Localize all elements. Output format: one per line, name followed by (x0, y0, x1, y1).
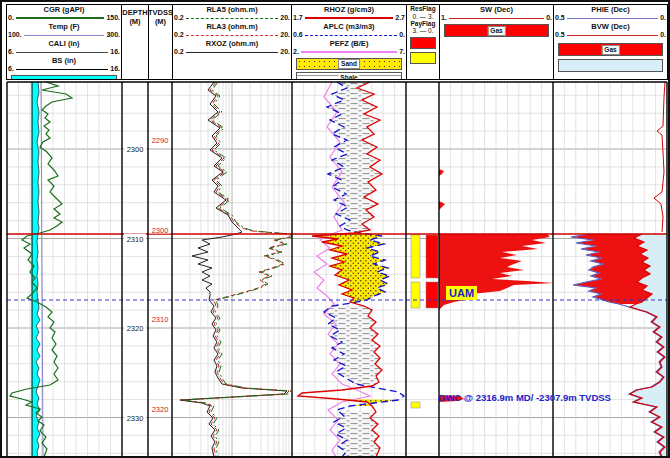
depth-unit: (M) (129, 17, 140, 26)
rla5-line (186, 18, 279, 19)
payflag-scale: 3. — 0. (407, 27, 439, 34)
header-sw: SW (Dec) 1.0. Gas (439, 4, 554, 80)
shale-swatch: Shale (296, 72, 402, 80)
aplc-line (305, 35, 397, 36)
rxoz-label: RXOZ (ohm.m) (173, 40, 291, 48)
aplc-min: 0.6 (293, 31, 303, 39)
cali-max: 16. (110, 48, 120, 56)
tvdss-depth-label: 2320 (152, 405, 169, 414)
sw-label: SW (Dec) (440, 6, 553, 14)
sw-gas-swatch: Gas (444, 24, 549, 37)
tvdss-unit: (M) (155, 17, 166, 26)
header-tvdss: TVDSS (M) (148, 4, 173, 80)
bs-label: BS (in) (7, 57, 121, 65)
sand-swatch: Sand (296, 58, 402, 70)
phie-gas-label: Gas (601, 45, 619, 55)
payflag-label: PayFlag (407, 20, 439, 28)
bvw-max: 0. (660, 31, 666, 39)
phie-label: PHIE (Dec) (554, 6, 667, 14)
uam-marker-label: UAM (446, 286, 477, 300)
depth-title: DEPTH (122, 8, 147, 17)
header-depth: DEPTH (M) (121, 4, 149, 80)
rla3-max: 20. (280, 31, 290, 39)
cgr-label: CGR (gAPI) (7, 6, 121, 14)
md-depth-label: 2320 (127, 324, 144, 333)
well-log-viewer: CGR (gAPI) 0.150. Temp (F) 100.300. CALI… (0, 0, 670, 458)
rhoz-label: RHOZ (g/cm3) (292, 6, 406, 14)
cgr-line (16, 17, 105, 19)
bvw-min: 0.5 (555, 31, 565, 39)
cgr-min: 0. (8, 14, 14, 22)
temp-min: 100. (8, 31, 22, 39)
bvw-label: BVW (Dec) (554, 23, 667, 31)
phie-max: 0. (660, 14, 666, 22)
resflag-scale: 0. — 3. (407, 13, 439, 20)
rla3-line (186, 35, 279, 36)
header-flags: ResFlag 0. — 3. PayFlag 3. — 0. (406, 4, 440, 80)
cali-line (16, 52, 108, 53)
sw-gas-label: Gas (487, 26, 505, 36)
sand-swatch-label: Sand (338, 59, 360, 69)
tvdss-depth-label: 2290 (152, 136, 169, 145)
md-depth-label: 2330 (127, 414, 144, 423)
aplc-max: 0. (399, 31, 405, 39)
sw-max: 0. (546, 14, 552, 22)
phie-water-swatch (558, 59, 663, 72)
resflag-swatch (410, 37, 436, 49)
temp-max: 300. (106, 31, 120, 39)
tvdss-title: TVDSS (148, 8, 173, 17)
plot-area[interactable]: 23002310232023302290230023102320 UAM GWC… (2, 80, 670, 458)
pefz-min: 2. (293, 48, 299, 56)
sw-min: 1. (441, 14, 447, 22)
phie-min: 0.5 (555, 14, 565, 22)
sw-line (449, 18, 544, 19)
rxoz-max: 20. (280, 48, 290, 56)
tvdss-depth-label: 2310 (152, 315, 169, 324)
rhoz-line (305, 17, 394, 19)
rxoz-min: 0.2 (174, 48, 184, 56)
rla5-min: 0.2 (174, 14, 184, 22)
cali-min: 6. (8, 48, 14, 56)
pefz-label: PEFZ (B/E) (292, 40, 406, 48)
md-depth-label: 2310 (127, 235, 144, 244)
header-resistivity: RLA5 (ohm.m) 0.220. RLA3 (ohm.m) 0.220. … (172, 4, 292, 80)
bvw-line (567, 35, 658, 36)
cali-label: CALI (in) (7, 40, 121, 48)
header-phie: PHIE (Dec) 0.50. BVW (Dec) 0.50. Gas (553, 4, 668, 80)
bs-max: 16. (110, 65, 120, 73)
temp-label: Temp (F) (7, 23, 121, 31)
rhoz-min: 1.7 (293, 14, 303, 22)
payflag-swatch (410, 52, 436, 64)
header-track1: CGR (gAPI) 0.150. Temp (F) 100.300. CALI… (6, 4, 122, 80)
md-depth-label: 2300 (127, 145, 144, 154)
rla5-label: RLA5 (ohm.m) (173, 6, 291, 14)
bs-line (16, 69, 108, 70)
gwc-annotation: GWC @ 2316.9m MD/ -2307.9m TVDSS (438, 392, 611, 403)
tvdss-depth-label: 2300 (152, 226, 169, 235)
rla3-min: 0.2 (174, 31, 184, 39)
temp-line (24, 35, 105, 36)
phie-gas-swatch: Gas (558, 43, 663, 56)
header-density: RHOZ (g/cm3) 1.72.7 APLC (m3/m3) 0.60. P… (291, 4, 407, 80)
pefz-max: 7. (399, 48, 405, 56)
aplc-label: APLC (m3/m3) (292, 23, 406, 31)
phie-line (567, 18, 658, 19)
cgr-max: 150. (106, 14, 120, 22)
resflag-label: ResFlag (407, 5, 439, 13)
rla3-label: RLA3 (ohm.m) (173, 23, 291, 31)
rxoz-line (186, 52, 279, 53)
rla5-max: 20. (280, 14, 290, 22)
bs-min: 6. (8, 65, 14, 73)
pefz-line (301, 51, 397, 53)
rhoz-max: 2.7 (395, 14, 405, 22)
